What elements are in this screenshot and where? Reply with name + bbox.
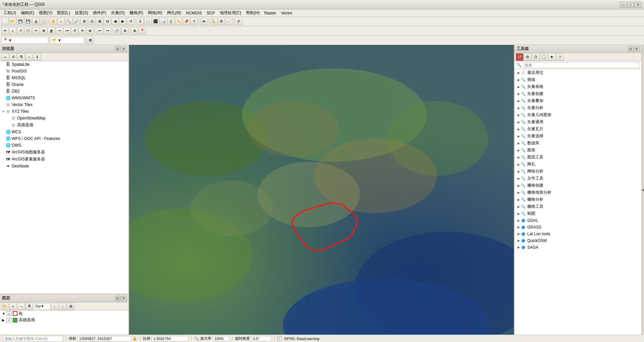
trace-btn[interactable]: 📍 — [139, 27, 146, 35]
toolbox-gdal[interactable]: ▶ 🔷 GDAL — [515, 217, 641, 224]
toolbox-reset-btn[interactable]: ↺ — [516, 53, 523, 61]
zoom-native-btn[interactable]: ⊟ — [104, 18, 111, 25]
toolbox-help-btn[interactable]: ? — [556, 53, 564, 61]
move-btn[interactable]: ✛ — [78, 27, 86, 35]
layer-gaode[interactable]: ▶ ✓ 高德遥感 — [0, 316, 128, 324]
rotation-value[interactable]: 0.0° — [251, 336, 271, 341]
layers-expand-btn[interactable]: ⊞ — [67, 303, 74, 310]
add-point-btn[interactable]: • — [9, 27, 16, 35]
browser-wms[interactable]: 🌐 WMS/WMTS — [0, 95, 128, 101]
node-tool-btn[interactable]: ⊕ — [40, 27, 47, 35]
toolbox-raster-tools[interactable]: ▶ 🔍 栅格工具 — [515, 203, 641, 210]
layers-close-btn[interactable]: ✕ — [121, 296, 126, 301]
toolbox-close-btn[interactable]: ✕ — [634, 46, 639, 52]
layer-gaode-checkbox[interactable]: ✓ — [7, 318, 11, 323]
toolbox-bookmark-btn[interactable]: ★ — [548, 53, 555, 61]
layers-open-btn[interactable]: 📂 — [1, 303, 9, 310]
menu-plugins[interactable]: 插件(P) — [91, 9, 108, 16]
processing-btn[interactable]: ⚙ — [218, 18, 225, 25]
extent-btn[interactable]: ⊠ — [87, 37, 94, 44]
browser-vector-tiles[interactable]: ⊞ Vector Tiles — [0, 101, 128, 108]
toolbox-vector-overlay[interactable]: ▶ 🔍 矢量叠加 — [515, 97, 641, 104]
toolbox-vector-select[interactable]: ▶ 🔍 矢量选择 — [515, 133, 641, 140]
browser-geonode[interactable]: ✦ GeoNode — [0, 163, 128, 169]
save-project-btn[interactable]: 💾 — [17, 18, 24, 25]
identify-btn[interactable]: ℹ — [137, 18, 144, 25]
browser-mssql[interactable]: 🗄 MSSQL — [0, 75, 128, 81]
location-dropdown[interactable]: 📍 ▼ — [1, 37, 48, 44]
open-project-btn[interactable]: 📂 — [9, 18, 16, 25]
more-btn[interactable]: ≫ — [200, 18, 208, 25]
toolbox-vector-create[interactable]: ▶ 🔍 矢量创建 — [515, 90, 641, 97]
measure-btn[interactable]: 📏 — [175, 18, 182, 25]
layer-gaode-expand[interactable]: ▶ — [2, 318, 7, 322]
add-polygon-btn[interactable]: ⬡ — [24, 27, 32, 35]
toolbox-cartography[interactable]: ▶ 🔍 制图 — [515, 210, 641, 217]
browser-add-btn[interactable]: + — [1, 53, 9, 61]
adv-digitize-btn[interactable]: ⊕ — [131, 27, 138, 35]
toolbox-search-input[interactable] — [523, 62, 639, 68]
zoom-out-btn[interactable]: 🔎 — [73, 18, 80, 25]
browser-postgis[interactable]: 🐘 PostGIS — [0, 68, 128, 75]
layers-down-btn[interactable]: ↓ — [59, 303, 66, 310]
status-search-input[interactable] — [3, 336, 63, 342]
statistics-btn[interactable]: Σ — [167, 18, 175, 25]
menu-vector[interactable]: 矢量(O) — [109, 9, 127, 16]
browser-oracle[interactable]: 🗄 Oracle — [0, 81, 128, 88]
close-button[interactable]: ✕ — [635, 2, 641, 7]
toolbox-tree[interactable]: ▶ ⏱ 最近用过 ▶ 🔍 插值 ▶ 🔍 矢量表格 ▶ 🔍 矢量创建 ▶ � — [515, 69, 641, 335]
zoom-layer-btn[interactable]: ⊡ — [88, 18, 96, 25]
toolbox-lat-lon-tools[interactable]: ▶ 🔷 Lat Lon tools — [515, 231, 641, 237]
topology-btn[interactable]: ⊛ — [121, 27, 128, 35]
browser-xyz-tiles[interactable]: ▼ ⊞ XYZ Tiles — [0, 108, 128, 115]
browser-wcs[interactable]: 🌐 WCS — [0, 129, 128, 135]
select-btn[interactable]: ⬚ — [144, 18, 152, 25]
toolbox-recent[interactable]: ▶ ⏱ 最近用过 — [515, 69, 641, 76]
menu-hcmgis[interactable]: HCMGIS — [184, 10, 204, 16]
new-project-btn[interactable]: 📄 — [1, 18, 9, 25]
toolbox-vector-general[interactable]: ▶ 🔍 矢量通用 — [515, 118, 641, 126]
maximize-button[interactable]: □ — [627, 2, 634, 7]
toolbox-layer-tools[interactable]: ▶ 🔍 图层工具 — [515, 154, 641, 161]
toolbox-file-tools[interactable]: ▶ 🔍 文件工具 — [515, 175, 641, 182]
toolbox-interpolation[interactable]: ▶ 🔍 插值 — [515, 76, 641, 83]
toolbox-saga[interactable]: ▶ 🔷 SAGA — [515, 244, 641, 251]
toolbox-grass[interactable]: ▶ 🔷 GRASS — [515, 224, 641, 231]
python-btn[interactable]: 🐍 — [210, 18, 217, 25]
layers-up-btn[interactable]: ↑ — [51, 303, 58, 310]
split-btn[interactable]: ⊸ — [55, 27, 63, 35]
menu-geoprocessing[interactable]: 地理处理(C) — [218, 9, 244, 16]
toolbox-database[interactable]: ▶ 🔍 数据库 — [515, 140, 641, 147]
toolbox-vector-analysis[interactable]: ▶ 🔍 矢量分析 — [515, 104, 641, 111]
toolbox-raster-terrain[interactable]: ▶ 🔍 栅格地形分析 — [515, 189, 641, 196]
menu-view[interactable]: 视图(V) — [37, 9, 54, 16]
rotate-btn[interactable]: ↺ — [71, 27, 78, 35]
menu-raster2[interactable]: Raster — [262, 10, 278, 16]
menu-scp[interactable]: SCP — [205, 10, 217, 16]
annotation-btn[interactable]: 📌 — [183, 18, 190, 25]
save-as-btn[interactable]: 💾 — [24, 18, 32, 25]
layer-bj-checkbox[interactable]: ✓ — [7, 311, 11, 316]
scale-value[interactable]: 1:5592794 — [152, 336, 189, 341]
browser-wfs[interactable]: 🌐 WFS / OGC API - Features — [0, 135, 128, 142]
menu-vector2[interactable]: Vector — [279, 10, 294, 16]
layer-dropdown[interactable]: 📂 ▼ — [51, 37, 84, 44]
toolbox-history-btn[interactable]: ⏱ — [532, 53, 539, 61]
zoom-next-btn[interactable]: ▶ — [119, 18, 126, 25]
toolbox-vector-table[interactable]: ▶ 🔍 矢量表格 — [515, 83, 641, 90]
menu-raster[interactable]: 栅格(R) — [127, 9, 145, 16]
toolbox-raster-create[interactable]: ▶ 🔍 栅格创建 — [515, 182, 641, 189]
browser-refresh-btn[interactable]: ↺ — [9, 53, 17, 61]
browser-osm[interactable]: ⊞ OpenStreetMap — [0, 115, 128, 121]
toolbox-vector-tile[interactable]: ▶ 🔍 矢量瓦片 — [515, 126, 641, 133]
zoom-full-btn[interactable]: ⊞ — [80, 18, 88, 25]
print-btn[interactable]: 📋 — [40, 18, 47, 25]
zoom-prev-btn[interactable]: ◀ — [111, 18, 119, 25]
coordinate-value[interactable]: 13599827, 5415307 — [77, 336, 131, 341]
merge-btn[interactable]: ⊶ — [63, 27, 70, 35]
zoom-in-btn[interactable]: 🔍 — [65, 18, 72, 25]
render-checkbox[interactable]: ✓ — [277, 336, 282, 341]
toolbox-results-btn[interactable]: 📋 — [540, 53, 547, 61]
menu-project[interactable]: 工程(J) — [1, 9, 18, 16]
toolbox-vector-geometry[interactable]: ▶ 🔍 矢量几何图形 — [515, 111, 641, 118]
